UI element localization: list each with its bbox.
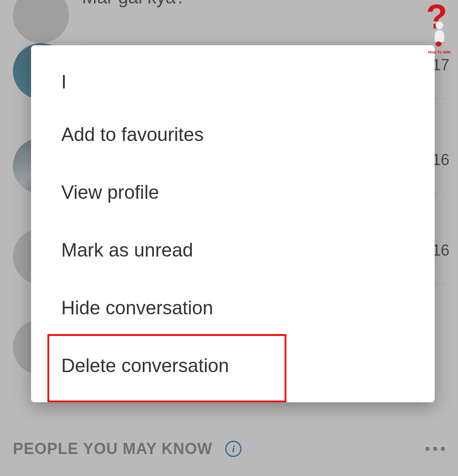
view-profile-item[interactable]: View profile [31,163,435,221]
modal-title: I [31,71,435,106]
watermark-logo: ? How To Wiki [425,3,454,54]
mark-as-unread-item[interactable]: Mark as unread [31,221,435,279]
add-to-favourites-item[interactable]: Add to favourites [31,106,435,163]
delete-conversation-item[interactable]: Delete conversation [31,337,435,395]
hide-conversation-item[interactable]: Hide conversation [31,279,435,337]
context-menu-modal: I Add to favourites View profile Mark as… [31,45,435,402]
watermark-text: How To Wiki [425,50,454,54]
